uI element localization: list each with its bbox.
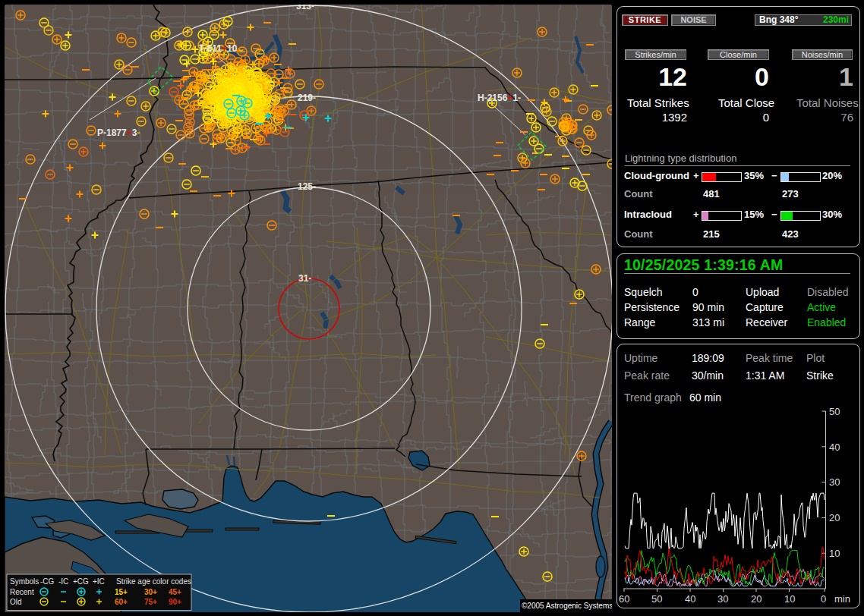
svg-text:Strike age color codes: Strike age color codes [116,577,191,586]
svg-text:+IC: +IC [93,577,105,586]
svg-text:90+: 90+ [169,598,181,606]
svg-text:P-1877+3-: P-1877+3- [97,127,140,138]
svg-text:45+: 45+ [169,588,181,596]
svg-text:219-: 219- [298,93,316,103]
svg-text:125-: 125- [298,181,316,192]
svg-text:15+: 15+ [115,588,128,596]
svg-text:313-: 313- [296,1,314,11]
svg-text:30+: 30+ [144,588,157,596]
svg-text:75+: 75+ [144,598,157,606]
svg-text:Recent: Recent [10,588,34,596]
svg-text:60+: 60+ [115,598,128,606]
svg-text:-IC: -IC [58,577,68,586]
svg-text:T-611+10⌄: T-611+10⌄ [199,43,244,54]
svg-text:-CG: -CG [40,577,55,586]
svg-text:+CG: +CG [73,577,89,586]
svg-text:Symbols: Symbols [10,577,39,586]
svg-text:H-2156+1-: H-2156+1- [478,93,521,103]
svg-text:Old: Old [10,598,22,606]
svg-text:31-: 31- [298,273,311,284]
svg-text:©2005 Astrogenic Systems: ©2005 Astrogenic Systems [522,602,613,610]
